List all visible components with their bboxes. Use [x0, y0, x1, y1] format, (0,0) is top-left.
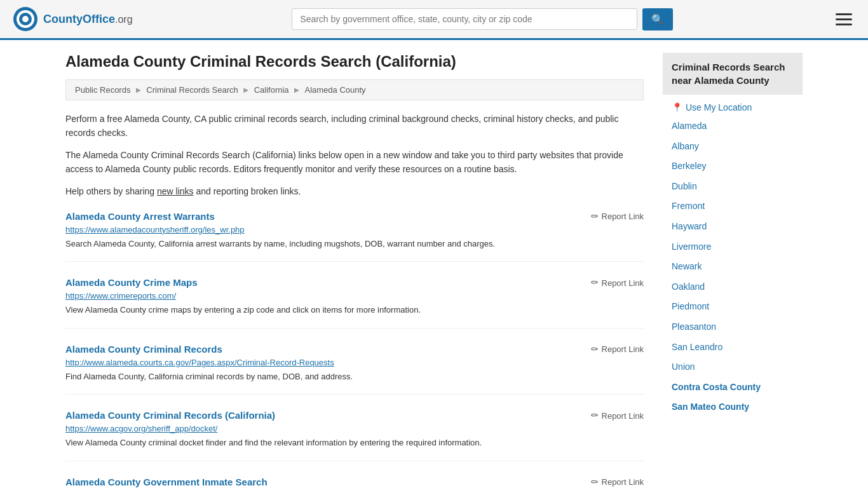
description-para1: Perform a free Alameda County, CA public… — [65, 112, 644, 140]
report-icon: ⚰ — [590, 410, 599, 421]
main-container: Alameda County Criminal Records Search (… — [53, 40, 815, 488]
sidebar-city-link[interactable]: Union — [663, 357, 803, 377]
report-link-button[interactable]: ⚰ Report Link — [590, 211, 644, 222]
result-item: Alameda County Arrest Warrants⚰ Report L… — [65, 211, 644, 262]
logo-area: CountyOffice.org — [13, 6, 133, 32]
svg-point-3 — [22, 16, 29, 22]
sidebar-city-link[interactable]: San Mateo County — [663, 397, 803, 417]
breadcrumb-public-records[interactable]: Public Records — [75, 85, 130, 95]
sidebar-city-link[interactable]: Hayward — [663, 217, 803, 237]
svg-point-6 — [17, 18, 19, 20]
sidebar-city-link[interactable]: Livermore — [663, 237, 803, 257]
breadcrumb: Public Records ► Criminal Records Search… — [65, 79, 644, 100]
description-para3-prefix: Help others by sharing — [65, 186, 157, 196]
result-description: View Alameda County crime maps by enteri… — [65, 304, 644, 316]
result-description: Find Alameda County, California criminal… — [65, 370, 644, 383]
sidebar-city-link[interactable]: Pleasanton — [663, 317, 803, 337]
description-para2: The Alameda County Criminal Records Sear… — [65, 148, 644, 177]
report-icon: ⚰ — [590, 277, 599, 288]
search-input[interactable] — [292, 8, 637, 30]
hamburger-line — [836, 24, 852, 25]
sidebar-city-link[interactable]: Dublin — [663, 177, 803, 197]
use-my-location-link[interactable]: 📍 Use My Location — [663, 98, 803, 116]
header: CountyOffice.org 🔍 — [0, 0, 868, 40]
sidebar-city-link[interactable]: Berkeley — [663, 156, 803, 177]
result-url[interactable]: https://www.acgov.org/sheriff_app/docket… — [65, 424, 644, 433]
sidebar-title: Criminal Records Search near Alameda Cou… — [663, 53, 803, 95]
svg-point-7 — [32, 18, 34, 20]
sidebar-city-link[interactable]: Alameda — [663, 116, 803, 137]
result-title-link[interactable]: Alameda County Criminal Records (Califor… — [65, 410, 275, 421]
search-area: 🔍 — [292, 8, 673, 30]
result-title-link[interactable]: Alameda County Criminal Records — [65, 344, 222, 355]
description-para3-suffix: and reporting broken links. — [194, 186, 301, 196]
hamburger-line — [836, 18, 852, 20]
result-url[interactable]: https://www.alamedacountysheriff.org/les… — [65, 225, 644, 234]
result-url[interactable]: https://www.crimereports.com/ — [65, 291, 644, 301]
sidebar: Criminal Records Search near Alameda Cou… — [663, 53, 803, 488]
report-icon: ⚰ — [590, 477, 599, 488]
sidebar-city-link[interactable]: Fremont — [663, 196, 803, 217]
result-item: Alameda County Criminal Records (Califor… — [65, 410, 644, 461]
results-list: Alameda County Arrest Warrants⚰ Report L… — [65, 211, 644, 488]
sidebar-city-link[interactable]: Newark — [663, 257, 803, 277]
sidebar-city-link[interactable]: San Leandro — [663, 337, 803, 358]
report-link-button[interactable]: ⚰ Report Link — [590, 477, 644, 488]
sidebar-links: AlamedaAlbanyBerkeleyDublinFremontHaywar… — [663, 116, 803, 417]
result-item: Alameda County Government Inmate Search⚰… — [65, 477, 644, 488]
report-icon: ⚰ — [590, 344, 599, 355]
svg-point-5 — [24, 25, 27, 28]
result-title-link[interactable]: Alameda County Crime Maps — [65, 277, 198, 288]
report-link-button[interactable]: ⚰ Report Link — [590, 277, 644, 288]
breadcrumb-california[interactable]: California — [254, 85, 289, 95]
sidebar-city-link[interactable]: Albany — [663, 137, 803, 157]
search-icon: 🔍 — [651, 14, 664, 25]
content-area: Alameda County Criminal Records Search (… — [65, 53, 644, 488]
logo-text: CountyOffice.org — [43, 13, 133, 26]
breadcrumb-alameda-county[interactable]: Alameda County — [304, 85, 365, 95]
report-link-button[interactable]: ⚰ Report Link — [590, 344, 644, 355]
use-location-label: Use My Location — [686, 102, 752, 112]
breadcrumb-sep: ► — [242, 85, 250, 95]
result-title-link[interactable]: Alameda County Government Inmate Search — [65, 477, 268, 487]
search-button[interactable]: 🔍 — [642, 8, 673, 30]
sidebar-city-link[interactable]: Piedmont — [663, 297, 803, 317]
report-link-button[interactable]: ⚰ Report Link — [590, 410, 644, 421]
sidebar-city-link[interactable]: Oakland — [663, 277, 803, 297]
new-links-link[interactable]: new links — [157, 186, 194, 196]
breadcrumb-sep: ► — [293, 85, 301, 95]
report-icon: ⚰ — [590, 211, 599, 222]
result-item: Alameda County Crime Maps⚰ Report Linkht… — [65, 277, 644, 329]
menu-button[interactable] — [832, 10, 855, 29]
result-title-link[interactable]: Alameda County Arrest Warrants — [65, 211, 215, 222]
sidebar-city-link[interactable]: Contra Costa County — [663, 377, 803, 398]
svg-point-4 — [24, 10, 27, 13]
result-description: View Alameda County criminal docket find… — [65, 437, 644, 449]
result-description: Search Alameda County, California arrest… — [65, 238, 644, 250]
location-pin-icon: 📍 — [672, 102, 682, 112]
result-url[interactable]: http://www.alameda.courts.ca.gov/Pages.a… — [65, 358, 644, 367]
logo-icon — [13, 6, 38, 32]
breadcrumb-sep: ► — [134, 85, 142, 95]
description-para3: Help others by sharing new links and rep… — [65, 184, 644, 198]
breadcrumb-criminal-records[interactable]: Criminal Records Search — [146, 85, 238, 95]
hamburger-line — [836, 13, 852, 15]
page-title: Alameda County Criminal Records Search (… — [65, 53, 644, 71]
result-item: Alameda County Criminal Records⚰ Report … — [65, 344, 644, 395]
